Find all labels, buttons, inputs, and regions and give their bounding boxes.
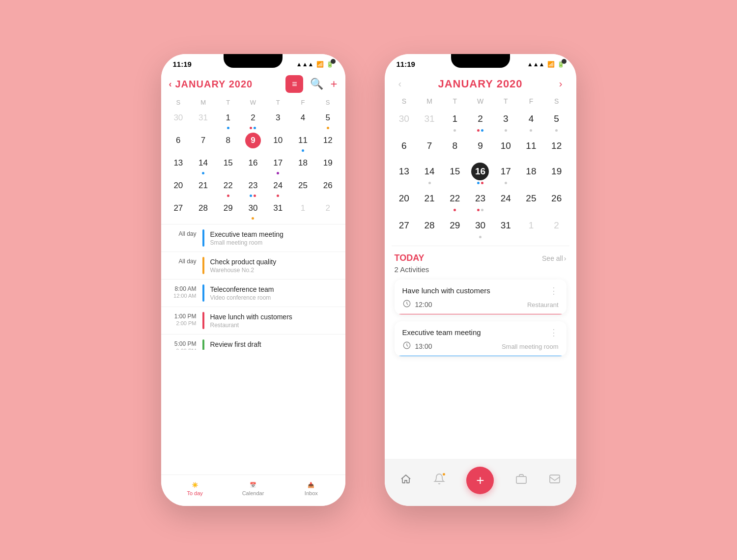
calendar-day-left[interactable]: 4 bbox=[290, 108, 315, 131]
event-title-left: Teleconference team bbox=[210, 285, 340, 293]
calendar-day-right[interactable]: 2 bbox=[468, 107, 493, 134]
calendar-day-right[interactable]: 30 bbox=[468, 214, 493, 241]
calendar-day-left[interactable]: 12 bbox=[315, 131, 340, 153]
calendar-day-left[interactable]: 27 bbox=[166, 198, 191, 221]
calendar-day-right[interactable]: 31 bbox=[417, 107, 442, 134]
home-nav-btn[interactable] bbox=[400, 473, 412, 488]
calendar-day-left[interactable]: 26 bbox=[315, 176, 340, 198]
calendar-day-right[interactable]: 31 bbox=[493, 214, 518, 241]
nav-today[interactable]: ☀️ To day bbox=[180, 482, 210, 496]
nav-inbox[interactable]: 📥 Inbox bbox=[296, 482, 326, 496]
calendar-day-right[interactable]: 27 bbox=[392, 214, 417, 241]
event-row[interactable]: All dayCheck product qualityWarehouse No… bbox=[161, 252, 345, 280]
calendar-day-right[interactable]: 3 bbox=[493, 107, 518, 134]
mail-nav-btn[interactable] bbox=[549, 473, 561, 488]
dot-left bbox=[331, 59, 336, 64]
event-row[interactable]: 1:00 PM2:00 PMHave lunch with customersR… bbox=[161, 307, 345, 335]
fab-add-btn[interactable]: + bbox=[466, 467, 494, 494]
calendar-day-left[interactable]: 2 bbox=[315, 198, 340, 221]
notifications-nav-btn[interactable] bbox=[433, 473, 445, 488]
cal-title-left[interactable]: ‹ JANUARY 2020 bbox=[169, 79, 253, 90]
event-row[interactable]: All dayExecutive team meetingSmall meeti… bbox=[161, 224, 345, 252]
add-event-btn[interactable]: + bbox=[330, 77, 337, 91]
briefcase-nav-btn[interactable] bbox=[515, 473, 527, 488]
calendar-day-right[interactable]: 7 bbox=[417, 134, 442, 160]
calendar-day-left[interactable]: 6 bbox=[166, 131, 191, 153]
calendar-day-left[interactable]: 17 bbox=[265, 153, 290, 176]
calendar-day-right[interactable]: 17 bbox=[493, 160, 518, 187]
see-all-btn[interactable]: See all › bbox=[542, 254, 566, 262]
calendar-day-left[interactable]: 1 bbox=[290, 198, 315, 221]
calendar-day-left[interactable]: 25 bbox=[290, 176, 315, 198]
calendar-day-right[interactable]: 5 bbox=[544, 107, 569, 134]
prev-month-btn[interactable]: ‹ bbox=[395, 76, 406, 91]
calendar-day-right[interactable]: 2 bbox=[544, 214, 569, 241]
list-view-btn[interactable]: ≡ bbox=[285, 75, 303, 93]
calendar-day-left[interactable]: 8 bbox=[216, 131, 241, 153]
search-btn[interactable]: 🔍 bbox=[310, 78, 323, 90]
calendar-day-left[interactable]: 10 bbox=[265, 131, 290, 153]
calendar-day-right[interactable]: 24 bbox=[493, 187, 518, 214]
calendar-day-left[interactable]: 19 bbox=[315, 153, 340, 176]
calendar-day-left[interactable]: 30 bbox=[241, 198, 266, 221]
calendar-day-left[interactable]: 18 bbox=[290, 153, 315, 176]
calendar-day-left[interactable]: 31 bbox=[191, 108, 216, 131]
calendar-day-right[interactable]: 26 bbox=[544, 187, 569, 214]
calendar-day-left[interactable]: 23 bbox=[241, 176, 266, 198]
calendar-day-right[interactable]: 1 bbox=[518, 214, 544, 241]
calendar-day-left[interactable]: 13 bbox=[166, 153, 191, 176]
calendar-day-left[interactable]: 16 bbox=[241, 153, 266, 176]
calendar-day-left[interactable]: 5 bbox=[315, 108, 340, 131]
calendar-day-left[interactable]: 7 bbox=[191, 131, 216, 153]
calendar-day-right[interactable]: 29 bbox=[442, 214, 468, 241]
calendar-day-left[interactable]: 28 bbox=[191, 198, 216, 221]
calendar-day-left[interactable]: 3 bbox=[265, 108, 290, 131]
calendar-day-left[interactable]: 30 bbox=[166, 108, 191, 131]
activity-more-btn[interactable]: ⋮ bbox=[549, 286, 559, 295]
calendar-day-right[interactable]: 4 bbox=[518, 107, 544, 134]
calendar-day-left[interactable]: 20 bbox=[166, 176, 191, 198]
calendar-day-left[interactable]: 24 bbox=[265, 176, 290, 198]
calendar-day-right[interactable]: 13 bbox=[392, 160, 417, 187]
event-row[interactable]: 8:00 AM12:00 AMTeleconference teamVideo … bbox=[161, 280, 345, 307]
calendar-day-right[interactable]: 21 bbox=[417, 187, 442, 214]
calendar-day-left[interactable]: 11 bbox=[290, 131, 315, 153]
calendar-day-right[interactable]: 15 bbox=[442, 160, 468, 187]
calendar-day-left[interactable]: 15 bbox=[216, 153, 241, 176]
calendar-day-right[interactable]: 10 bbox=[493, 134, 518, 160]
calendar-day-left[interactable]: 29 bbox=[216, 198, 241, 221]
calendar-day-left[interactable]: 22 bbox=[216, 176, 241, 198]
calendar-day-right[interactable]: 20 bbox=[392, 187, 417, 214]
calendar-day-right[interactable]: 18 bbox=[518, 160, 544, 187]
nav-calendar[interactable]: 📅 Calendar bbox=[238, 482, 268, 496]
calendar-day-right[interactable]: 8 bbox=[442, 134, 468, 160]
calendar-day-right[interactable]: 11 bbox=[518, 134, 544, 160]
calendar-day-right[interactable]: 19 bbox=[544, 160, 569, 187]
calendar-day-right[interactable]: 6 bbox=[392, 134, 417, 160]
status-time-left: 11:19 bbox=[173, 60, 192, 68]
calendar-day-right[interactable]: 30 bbox=[392, 107, 417, 134]
calendar-day-right[interactable]: 9 bbox=[468, 134, 493, 160]
event-color-bar bbox=[202, 339, 204, 350]
calendar-day-right[interactable]: 25 bbox=[518, 187, 544, 214]
activity-card[interactable]: Executive team meeting⋮13:00Small meetin… bbox=[395, 321, 567, 356]
calendar-day-right[interactable]: 1 bbox=[442, 107, 468, 134]
calendar-day-left[interactable]: 1 bbox=[216, 108, 241, 131]
calendar-day-left[interactable]: 31 bbox=[265, 198, 290, 221]
calendar-day-left[interactable]: 14 bbox=[191, 153, 216, 176]
calendar-day-right[interactable]: 12 bbox=[544, 134, 569, 160]
calendar-day-right[interactable]: 22 bbox=[442, 187, 468, 214]
calendar-day-left[interactable]: 9 bbox=[241, 131, 266, 153]
next-month-btn[interactable]: › bbox=[555, 76, 567, 91]
event-row[interactable]: 5:00 PM9:00 PMReview first draftMy house bbox=[161, 335, 345, 350]
activity-more-btn[interactable]: ⋮ bbox=[549, 328, 559, 337]
calendar-day-right[interactable]: 23 bbox=[468, 187, 493, 214]
back-chevron-left[interactable]: ‹ bbox=[169, 79, 172, 89]
calendar-day-left[interactable]: 21 bbox=[191, 176, 216, 198]
calendar-day-left[interactable]: 2 bbox=[241, 108, 266, 131]
activity-card[interactable]: Have lunch with customers⋮12:00Restauran… bbox=[395, 280, 567, 314]
calendar-day-right[interactable]: 16 bbox=[468, 160, 493, 187]
calendar-day-right[interactable]: 28 bbox=[417, 214, 442, 241]
calendar-day-right[interactable]: 14 bbox=[417, 160, 442, 187]
event-content: Have lunch with customersRestaurant bbox=[210, 312, 340, 329]
